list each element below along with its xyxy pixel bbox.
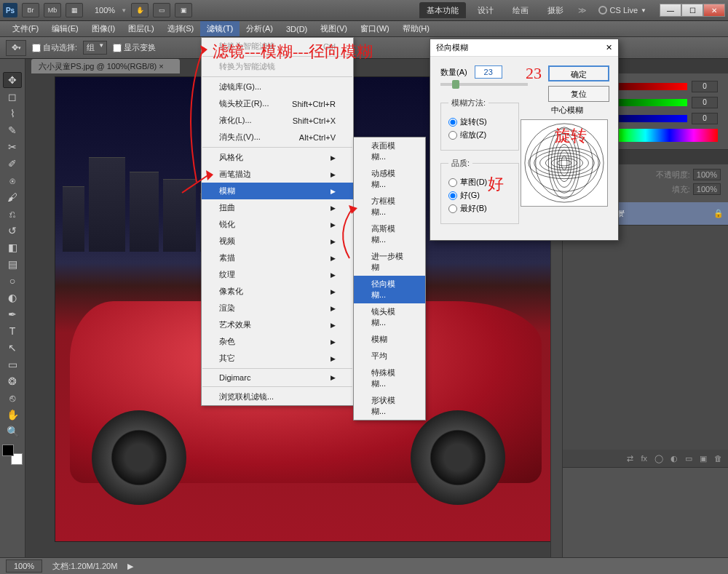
method-zoom-radio[interactable]: 缩放(Z) bbox=[448, 129, 511, 140]
filter-group-video[interactable]: 视频▶ bbox=[202, 233, 353, 250]
new-layer-icon[interactable]: ▣ bbox=[700, 454, 707, 463]
close-button[interactable]: ✕ bbox=[703, 4, 725, 17]
workspace-more-icon[interactable]: ≫ bbox=[575, 6, 590, 15]
pen-tool[interactable]: ✒ bbox=[3, 306, 22, 322]
view-extras-icon[interactable]: ▦ bbox=[66, 3, 83, 17]
filter-browse-online[interactable]: 浏览联机滤镜... bbox=[202, 388, 353, 405]
path-select-tool[interactable]: ↖ bbox=[3, 340, 22, 356]
hand-icon[interactable]: ✋ bbox=[131, 3, 149, 17]
amount-input[interactable] bbox=[475, 65, 502, 79]
shape-tool[interactable]: ▭ bbox=[3, 356, 22, 372]
filter-vanishing[interactable]: 消失点(V)...Alt+Ctrl+V bbox=[202, 129, 353, 146]
lasso-tool[interactable]: ⌇ bbox=[3, 105, 22, 121]
zoom-level[interactable]: 100% bbox=[90, 6, 119, 15]
eraser-tool[interactable]: ◧ bbox=[3, 239, 22, 255]
dialog-titlebar[interactable]: 径向模糊 ✕ bbox=[430, 39, 618, 57]
move-tool-preset-icon[interactable]: ✥▾ bbox=[6, 40, 26, 56]
auto-select-type-select[interactable]: 组 ▼ bbox=[83, 41, 107, 55]
history-brush-tool[interactable]: ↺ bbox=[3, 223, 22, 239]
stamp-tool[interactable]: ⎌ bbox=[3, 206, 22, 222]
brush-tool[interactable]: 🖌 bbox=[3, 189, 22, 205]
dodge-tool[interactable]: ◐ bbox=[3, 290, 22, 306]
blur-shape[interactable]: 形状模糊... bbox=[354, 392, 425, 420]
crop-tool[interactable]: ✂ bbox=[3, 139, 22, 155]
color-swatches[interactable] bbox=[2, 445, 23, 465]
filter-group-sharpen[interactable]: 锐化▶ bbox=[202, 216, 353, 233]
workspace-tab-photography[interactable]: 摄影 bbox=[540, 2, 571, 18]
status-zoom[interactable]: 100% bbox=[6, 559, 42, 573]
quality-draft-radio[interactable]: 草图(D) bbox=[448, 177, 511, 188]
blur-motion[interactable]: 动感模糊... bbox=[354, 165, 425, 193]
healing-tool[interactable]: ⍟ bbox=[3, 172, 22, 188]
reset-button[interactable]: 复位 bbox=[548, 86, 609, 102]
menu-layer[interactable]: 图层(L) bbox=[122, 21, 160, 36]
menu-help[interactable]: 帮助(H) bbox=[396, 21, 436, 36]
filter-group-other[interactable]: 其它▶ bbox=[202, 350, 353, 367]
filter-last[interactable]: 转换为智能滤镜Ctrl bbox=[202, 38, 353, 55]
ok-button[interactable]: 确定 bbox=[548, 65, 609, 81]
quick-select-tool[interactable]: ✎ bbox=[3, 122, 22, 138]
status-doc-size[interactable]: 文档:1.20M/1.20M bbox=[52, 561, 117, 572]
menu-select[interactable]: 选择(S) bbox=[161, 21, 201, 36]
minimize-button[interactable]: — bbox=[660, 4, 681, 17]
filter-group-sketch[interactable]: 素描▶ bbox=[202, 250, 353, 266]
show-transform-checkbox[interactable]: 显示变换 bbox=[113, 42, 156, 53]
filter-group-blur[interactable]: 模糊▶ bbox=[202, 183, 353, 199]
workspace-tab-design[interactable]: 设计 bbox=[470, 2, 501, 18]
menu-window[interactable]: 窗口(W) bbox=[354, 21, 396, 36]
menu-image[interactable]: 图像(I) bbox=[85, 21, 122, 36]
zoom-tool[interactable]: 🔍 bbox=[3, 423, 22, 439]
filter-gallery[interactable]: 滤镜库(G)... bbox=[202, 79, 353, 95]
quality-good-radio[interactable]: 好(G) bbox=[448, 190, 511, 201]
screen-mode-icon[interactable]: ▣ bbox=[175, 3, 192, 17]
filter-group-noise[interactable]: 杂色▶ bbox=[202, 333, 353, 350]
minibridge-icon[interactable]: Mb bbox=[44, 3, 61, 17]
adjustment-layer-icon[interactable]: ◐ bbox=[670, 454, 678, 463]
filter-group-pixelate[interactable]: 像素化▶ bbox=[202, 283, 353, 300]
menu-analysis[interactable]: 分析(A) bbox=[240, 21, 280, 36]
3d-tool[interactable]: ❂ bbox=[3, 373, 22, 389]
dialog-close-icon[interactable]: ✕ bbox=[606, 43, 612, 52]
eyedropper-tool[interactable]: ✐ bbox=[3, 156, 22, 172]
blur-surface[interactable]: 表面模糊... bbox=[354, 137, 425, 165]
amount-slider[interactable] bbox=[440, 83, 528, 86]
workspace-tab-painting[interactable]: 绘画 bbox=[505, 2, 536, 18]
green-value[interactable]: 0 bbox=[692, 97, 718, 108]
type-tool[interactable]: T bbox=[3, 323, 22, 339]
quality-best-radio[interactable]: 最好(B) bbox=[448, 203, 511, 214]
hand-tool[interactable]: ✋ bbox=[3, 407, 22, 423]
menu-view[interactable]: 视图(V) bbox=[314, 21, 354, 36]
blur-tool[interactable]: ○ bbox=[3, 273, 22, 289]
filter-group-brush[interactable]: 画笔描边▶ bbox=[202, 166, 353, 183]
blur-radial[interactable]: 径向模糊... bbox=[354, 276, 425, 303]
filter-digimarc[interactable]: Digimarc▶ bbox=[202, 370, 353, 385]
blur-lens[interactable]: 镜头模糊... bbox=[354, 303, 425, 331]
maximize-button[interactable]: ☐ bbox=[681, 4, 703, 17]
document-tab[interactable]: 六小灵童PS.jpg @ 100%(RGB/8) × bbox=[31, 59, 180, 73]
group-icon[interactable]: ▭ bbox=[685, 454, 692, 463]
trash-icon[interactable]: 🗑 bbox=[714, 454, 722, 463]
blur-average[interactable]: 平均 bbox=[354, 348, 425, 364]
method-spin-radio[interactable]: 旋转(S) bbox=[448, 116, 511, 127]
blur-blur[interactable]: 模糊 bbox=[354, 331, 425, 348]
filter-group-render[interactable]: 渲染▶ bbox=[202, 300, 353, 316]
zoom-dropdown-icon[interactable]: ▼ bbox=[121, 7, 127, 14]
fill-value[interactable]: 100% bbox=[693, 183, 721, 195]
blur-box[interactable]: 方框模糊... bbox=[354, 193, 425, 220]
mask-icon[interactable]: ◯ bbox=[654, 454, 663, 463]
filter-group-texture[interactable]: 纹理▶ bbox=[202, 266, 353, 283]
opacity-value[interactable]: 100% bbox=[693, 169, 721, 180]
red-value[interactable]: 0 bbox=[692, 81, 718, 92]
move-tool[interactable]: ✥ bbox=[3, 72, 22, 88]
auto-select-checkbox[interactable]: 自动选择: bbox=[32, 42, 77, 53]
fx-icon[interactable]: fx bbox=[641, 454, 647, 463]
status-arrow-icon[interactable]: ▶ bbox=[127, 562, 133, 571]
gradient-tool[interactable]: ▤ bbox=[3, 256, 22, 272]
marquee-tool[interactable]: ◻ bbox=[3, 89, 22, 105]
blur-smart[interactable]: 特殊模糊... bbox=[354, 364, 425, 392]
blue-value[interactable]: 0 bbox=[692, 113, 718, 124]
menu-3d[interactable]: 3D(D) bbox=[280, 23, 314, 36]
menu-edit[interactable]: 编辑(E) bbox=[45, 21, 85, 36]
arrange-docs-icon[interactable]: ▭ bbox=[153, 3, 170, 17]
menu-filter[interactable]: 滤镜(T) bbox=[200, 21, 240, 36]
